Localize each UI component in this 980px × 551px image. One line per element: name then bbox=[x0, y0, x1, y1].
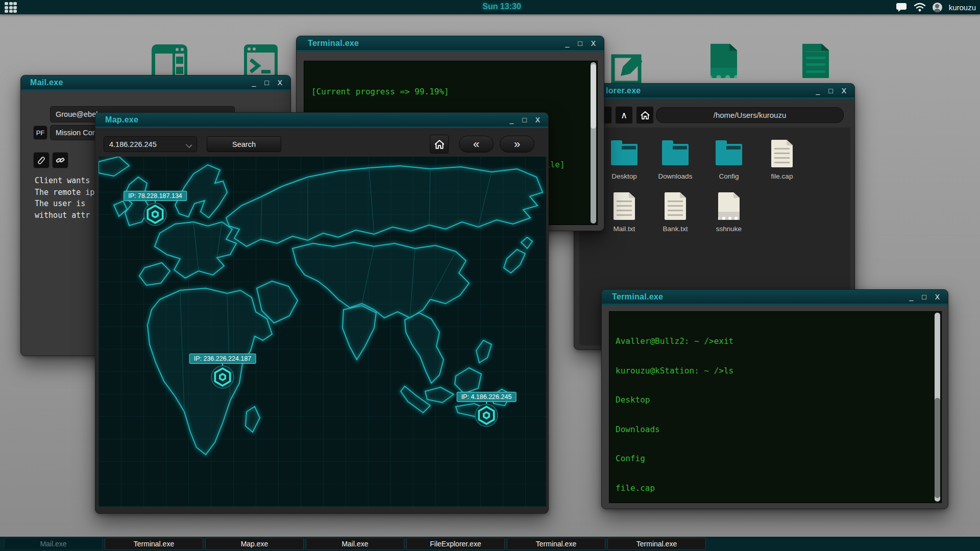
ip-marker-label[interactable]: IP: 4.186.226.245 bbox=[457, 392, 517, 402]
app-grid-menu-icon[interactable] bbox=[5, 2, 20, 13]
ip-marker-label[interactable]: IP: 236.226.224.187 bbox=[189, 354, 256, 364]
desktop: Mail.exe _ □ X Groue@ebel PF Mission Con bbox=[0, 0, 980, 551]
minimize-button[interactable]: _ bbox=[816, 87, 820, 94]
ip-search-value: 4.186.226.245 bbox=[109, 140, 157, 148]
document-icon bbox=[614, 192, 635, 220]
binary-icon bbox=[718, 192, 740, 220]
close-button[interactable]: X bbox=[591, 40, 596, 47]
home-icon bbox=[640, 111, 650, 120]
chevron-down-icon bbox=[186, 142, 192, 148]
terminal-scrollbar[interactable] bbox=[935, 313, 940, 502]
file-item-sshnuke[interactable]: sshnuke bbox=[705, 191, 752, 233]
terminal-titlebar[interactable]: Terminal.exe _ □ X bbox=[602, 290, 948, 305]
file-item-downloads[interactable]: Downloads bbox=[652, 139, 699, 180]
minimize-button[interactable]: _ bbox=[909, 293, 913, 300]
binary-file-glyph bbox=[710, 44, 738, 79]
taskbar-item-fileexplorer[interactable]: FileExplorer.exe bbox=[406, 538, 505, 550]
file-item-config[interactable]: Config bbox=[705, 139, 752, 180]
hexagon-marker-icon[interactable] bbox=[475, 404, 498, 427]
terminal-bottom-window: Terminal.exe _ □ X Avaller@Bullz2: ~ />e… bbox=[601, 289, 948, 509]
username: kurouzu bbox=[949, 3, 976, 12]
ip-marker-label[interactable]: IP: 78.228.187.134 bbox=[124, 191, 187, 201]
hexagon-marker-icon[interactable] bbox=[211, 365, 234, 389]
terminal-output-area: Avaller@Bullz2: ~ />exit kurouzu@kStatio… bbox=[609, 311, 942, 503]
text-file-glyph bbox=[802, 44, 829, 79]
wifi-icon[interactable] bbox=[914, 3, 926, 12]
ip-search-combo[interactable]: 4.186.226.245 bbox=[104, 136, 197, 152]
top-menu-bar: Sun 13:30 kurouzu bbox=[0, 0, 980, 14]
taskbar-item-map[interactable]: Map.exe bbox=[205, 538, 304, 550]
taskbar: Mail.exe Terminal.exe Map.exe Mail.exe F… bbox=[0, 537, 980, 551]
file-item-filecap[interactable]: file.cap bbox=[758, 139, 805, 180]
terminal-output-text: Avaller@Bullz2: ~ />exit kurouzu@kStatio… bbox=[616, 317, 901, 503]
file-item-desktop[interactable]: Desktop bbox=[601, 139, 648, 180]
close-button[interactable]: X bbox=[278, 79, 282, 86]
maximize-button[interactable]: □ bbox=[264, 79, 268, 86]
chat-icon[interactable] bbox=[896, 3, 907, 12]
link-icon bbox=[56, 156, 65, 165]
minimize-button[interactable]: _ bbox=[252, 79, 256, 86]
map-home-button[interactable] bbox=[430, 135, 449, 154]
home-button[interactable] bbox=[636, 106, 654, 124]
taskbar-item-terminal-3[interactable]: Terminal.exe bbox=[607, 538, 706, 550]
taskbar-item-terminal-2[interactable]: Terminal.exe bbox=[507, 538, 605, 550]
close-button[interactable]: X bbox=[842, 87, 846, 94]
document-icon bbox=[771, 140, 793, 167]
up-button[interactable]: ∧ bbox=[615, 106, 633, 124]
map-window-title: Map.exe bbox=[105, 115, 138, 124]
scrollbar-thumb[interactable] bbox=[591, 64, 596, 129]
user-avatar[interactable] bbox=[933, 3, 942, 12]
close-button[interactable]: X bbox=[935, 293, 940, 300]
document-icon bbox=[665, 192, 686, 220]
explorer-titlebar[interactable]: lorer.exe _ □ X bbox=[574, 84, 854, 99]
map-window: Map.exe _ □ X 4.186.226.245 Search « » bbox=[95, 112, 549, 514]
mail-pf-button[interactable]: PF bbox=[33, 126, 47, 140]
map-titlebar[interactable]: Map.exe _ □ X bbox=[95, 113, 548, 128]
search-button[interactable]: Search bbox=[207, 136, 281, 152]
terminal-titlebar[interactable]: Terminal.exe _ □ X bbox=[297, 36, 604, 52]
maximize-button[interactable]: □ bbox=[828, 87, 832, 94]
home-icon bbox=[434, 139, 445, 149]
file-item-mailtxt[interactable]: Mail.txt bbox=[601, 191, 648, 233]
taskbar-item-mail[interactable]: Mail.exe bbox=[4, 538, 103, 550]
taskbar-item-mail-2[interactable]: Mail.exe bbox=[306, 538, 404, 550]
scrollbar-thumb[interactable] bbox=[935, 398, 940, 498]
mail-link-button[interactable] bbox=[52, 152, 68, 168]
map-next-button[interactable]: » bbox=[500, 136, 534, 153]
desktop-icon-binary-file[interactable] bbox=[706, 42, 734, 73]
clock: Sun 13:30 bbox=[482, 2, 521, 11]
mail-attach-button[interactable] bbox=[33, 152, 50, 168]
mail-titlebar[interactable]: Mail.exe _ □ X bbox=[21, 76, 290, 91]
world-map[interactable]: IP: 78.228.187.134 IP: 236.226.224.187 bbox=[99, 157, 546, 507]
terminal-scrollbar[interactable] bbox=[591, 62, 596, 223]
minimize-button[interactable]: _ bbox=[509, 116, 513, 123]
explorer-window-title: lorer.exe bbox=[606, 86, 641, 95]
file-item-banktxt[interactable]: Bank.txt bbox=[652, 191, 699, 233]
paperclip-icon bbox=[37, 156, 46, 165]
maximize-button[interactable]: □ bbox=[578, 40, 582, 47]
path-field[interactable]: /home/Users/kurouzu bbox=[656, 107, 844, 123]
folder-icon bbox=[611, 144, 638, 165]
map-prev-button[interactable]: « bbox=[459, 136, 494, 153]
close-button[interactable]: X bbox=[535, 116, 540, 123]
terminal-window-title: Terminal.exe bbox=[612, 292, 663, 302]
folder-icon bbox=[716, 144, 742, 165]
terminal-window-title: Terminal.exe bbox=[308, 39, 359, 48]
maximize-button[interactable]: □ bbox=[522, 116, 526, 123]
maximize-button[interactable]: □ bbox=[922, 293, 926, 300]
folder-icon bbox=[662, 144, 689, 165]
taskbar-item-terminal-1[interactable]: Terminal.exe bbox=[105, 538, 203, 550]
mail-window-title: Mail.exe bbox=[30, 78, 63, 87]
hexagon-marker-icon[interactable] bbox=[143, 203, 167, 226]
desktop-icon-text-file[interactable] bbox=[798, 42, 826, 73]
mail-body-text: Client wants The remote ip The user is w… bbox=[35, 175, 94, 221]
minimize-button[interactable]: _ bbox=[565, 40, 569, 47]
